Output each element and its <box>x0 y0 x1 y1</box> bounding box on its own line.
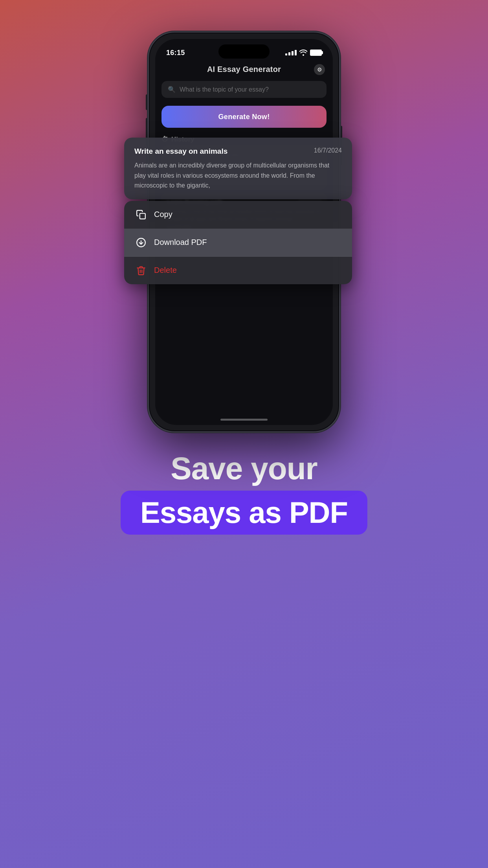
bottom-section: Save your Essays as PDF <box>121 453 367 535</box>
essay-card-date: 16/7/2024 <box>314 147 342 154</box>
search-placeholder-text: What is the topic of your essay? <box>180 86 269 93</box>
context-popup: Write an essay on animals 16/7/2024 Anim… <box>124 138 352 284</box>
pdf-badge: Essays as PDF <box>121 491 367 535</box>
copy-label: Copy <box>154 210 172 219</box>
generate-button-label: Generate Now! <box>218 113 270 121</box>
home-indicator <box>155 414 333 425</box>
search-icon: 🔍 <box>168 86 176 93</box>
signal-icon <box>285 50 297 55</box>
delete-menu-item[interactable]: Delete <box>124 257 352 284</box>
battery-icon <box>310 50 322 56</box>
wifi-icon <box>299 50 307 56</box>
status-time: 16:15 <box>166 49 185 57</box>
settings-icon[interactable]: ⚙ <box>314 64 325 75</box>
phone-frame: 16:15 <box>148 31 340 432</box>
download-pdf-label: Download PDF <box>154 238 207 247</box>
copy-icon <box>135 209 147 221</box>
delete-label: Delete <box>154 266 177 275</box>
app-header: AI Essay Generator ⚙ <box>155 61 333 78</box>
save-text: Save your <box>171 453 317 484</box>
essay-card-body: Animals are an incredibly diverse group … <box>134 160 342 191</box>
status-icons <box>285 50 322 56</box>
essay-card-title: Write an essay on animals <box>134 147 227 156</box>
download-pdf-menu-item[interactable]: Download PDF <box>124 229 352 257</box>
trash-icon <box>135 265 147 276</box>
dynamic-island <box>218 44 270 59</box>
copy-menu-item[interactable]: Copy <box>124 201 352 229</box>
pdf-badge-text: Essays as PDF <box>140 498 348 528</box>
generate-button[interactable]: Generate Now! <box>161 106 327 128</box>
search-bar[interactable]: 🔍 What is the topic of your essay? <box>161 81 327 98</box>
context-menu: Copy Download PDF <box>124 201 352 284</box>
essay-preview-card: Write an essay on animals 16/7/2024 Anim… <box>124 138 352 199</box>
svg-rect-0 <box>140 213 145 219</box>
download-icon <box>135 237 147 248</box>
app-title: AI Essay Generator <box>207 65 281 74</box>
